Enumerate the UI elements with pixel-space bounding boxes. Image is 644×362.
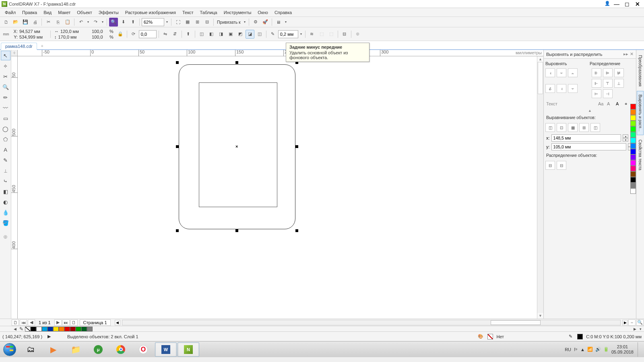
weld-icon[interactable]: ◫ [197,30,206,39]
menu-tools[interactable]: Инструменты [221,9,255,16]
dist-to-2-icon[interactable]: ⊟ [557,161,566,170]
palette-swatch[interactable] [42,327,47,331]
tray-sound-icon[interactable]: 🔊 [595,347,601,352]
freehand-tool[interactable]: ✏ [1,93,10,102]
dist-right-icon[interactable]: ⊩ [592,79,601,88]
crop-tool[interactable]: ✂ [1,72,10,81]
menu-layout[interactable]: Макет [55,9,74,16]
align-right-icon[interactable]: ⫠ [568,68,578,77]
text-tool[interactable]: A [1,145,10,154]
horizontal-scrollbar[interactable] [122,320,621,325]
scale-y[interactable]: 100,0 [92,34,108,40]
angle-input[interactable] [139,30,157,38]
colorbar-swatch[interactable] [630,109,636,115]
fill-swatch-icon[interactable] [487,334,493,339]
zoom-fit-icon[interactable]: 🔍 [636,319,644,326]
palette-pen-icon[interactable]: ✎ [19,326,23,332]
tray-flag-icon[interactable]: 🏳 [574,347,578,352]
zoom-out-icon[interactable]: − [628,319,636,326]
dist-center-h-icon[interactable]: ⊫ [603,68,613,77]
task-explorer[interactable]: 📁 [65,342,87,357]
redo-dropdown[interactable]: ▾ [101,20,105,24]
new-icon[interactable]: 🗋 [2,18,10,27]
docker-tab-textprops[interactable]: Свойства текста [637,136,644,174]
task-corel[interactable]: N [178,342,199,357]
palette-left-icon[interactable]: ◀ [12,327,18,331]
docker-close-icon[interactable]: ✕ [630,51,634,57]
menu-help[interactable]: Справка [271,9,295,16]
height[interactable]: 170,0 мм [58,34,86,40]
palette-swatch[interactable] [64,327,70,331]
grid-icon[interactable]: ⊞ [193,18,202,27]
ruler-origin[interactable]: ⊹ [11,50,18,56]
copy-icon[interactable]: ⎘ [54,18,62,27]
handle-ml[interactable] [176,145,179,148]
add-button-icon[interactable]: ⊕ [353,30,362,39]
palette-swatch[interactable] [76,327,81,331]
dist-left-icon[interactable]: ⊪ [592,68,601,77]
scale-x[interactable]: 100,0 [92,29,108,34]
page-prev-icon[interactable]: ◀ [28,319,35,326]
handle-bl[interactable] [176,229,179,232]
convert-curves-icon[interactable]: ⬚ [317,30,326,39]
boundary-icon[interactable]: ◫ [255,30,264,39]
effects-tool[interactable]: ◧ [1,187,10,196]
align-center-h-icon[interactable]: ⫟ [557,68,566,77]
dist-center-v-icon[interactable]: ⊥ [614,79,624,88]
lock-ratio-icon[interactable]: 🔒 [116,30,125,39]
handle-mr[interactable] [295,145,298,148]
hscroll-left-icon[interactable]: ◀ [115,320,120,325]
fullscreen-icon[interactable]: ⛶ [173,18,182,27]
close-button[interactable]: ✕ [633,1,642,7]
mirror-h-icon[interactable]: ⇋ [161,30,170,39]
search-icon[interactable]: 🔍 [109,18,118,27]
dist-to-1-icon[interactable]: ⊟ [545,161,555,170]
eyedropper-tool[interactable]: 💧 [1,208,10,217]
pos-x[interactable]: 94,527 мм [19,29,47,34]
outline-width[interactable] [278,30,298,38]
align-x-input[interactable] [551,134,621,142]
colorbar-swatch[interactable] [630,177,636,183]
connector-tool[interactable]: ⤷ [1,176,10,186]
undo-dropdown[interactable]: ▾ [86,20,90,24]
align-y-input[interactable] [551,143,626,150]
unit-picker-icon[interactable]: mm [2,30,10,39]
status-play-icon[interactable]: ▶ [45,333,53,340]
display-dropdown[interactable]: ▾ [284,20,288,24]
wrap-text-icon[interactable]: ≋ [308,30,316,39]
dist-bottom-icon[interactable]: ⊣ [603,89,613,98]
align-to-4-icon[interactable]: ⊞ [579,123,589,132]
pos-y[interactable]: 534,999 мм [19,34,47,40]
colorbar-swatch[interactable] [630,160,636,166]
task-chrome[interactable] [110,342,132,357]
handle-br[interactable] [295,229,298,232]
dist-spacing-h-icon[interactable]: ⊯ [614,68,624,77]
palette-right-icon[interactable]: ▶ [632,327,638,331]
width[interactable]: 120,0 мм [60,29,88,34]
docker-menu-icon[interactable]: ▸▸ [623,51,628,57]
menu-table[interactable]: Таблица [197,9,221,16]
colorbar-swatch[interactable] [630,138,636,143]
tray-action-icon[interactable]: ▲ [580,347,585,352]
zoom-input[interactable] [142,18,164,26]
inner-shape[interactable] [199,82,277,207]
shape-tool[interactable]: ✧ [1,61,10,71]
align-bottom-icon[interactable]: ⫟ [568,84,578,93]
colorbar-swatch[interactable] [630,126,636,132]
open-icon[interactable]: 📂 [11,18,20,27]
cut-icon[interactable]: ✂ [44,18,53,27]
align-dock-icon[interactable]: ⊟ [340,30,349,39]
zoom-dropdown[interactable]: ▾ [165,20,169,24]
rectangle-tool[interactable]: ▭ [1,113,10,123]
add-tool-icon[interactable]: ⊕ [1,232,10,241]
outline-dropdown[interactable]: ▾ [299,32,303,36]
colorbar-swatch[interactable] [630,183,636,188]
task-wmp[interactable]: ▶ [42,342,64,357]
colorbar-swatch[interactable] [630,132,636,138]
task-word[interactable]: W [155,342,177,357]
break-icon[interactable]: ⬚ [327,30,336,39]
artistic-tool[interactable]: 〰 [1,103,10,113]
scroll-down-icon[interactable]: ▼ [537,313,543,319]
minimize-button[interactable]: — [612,1,621,7]
text-align-2-icon[interactable]: A [607,101,616,106]
